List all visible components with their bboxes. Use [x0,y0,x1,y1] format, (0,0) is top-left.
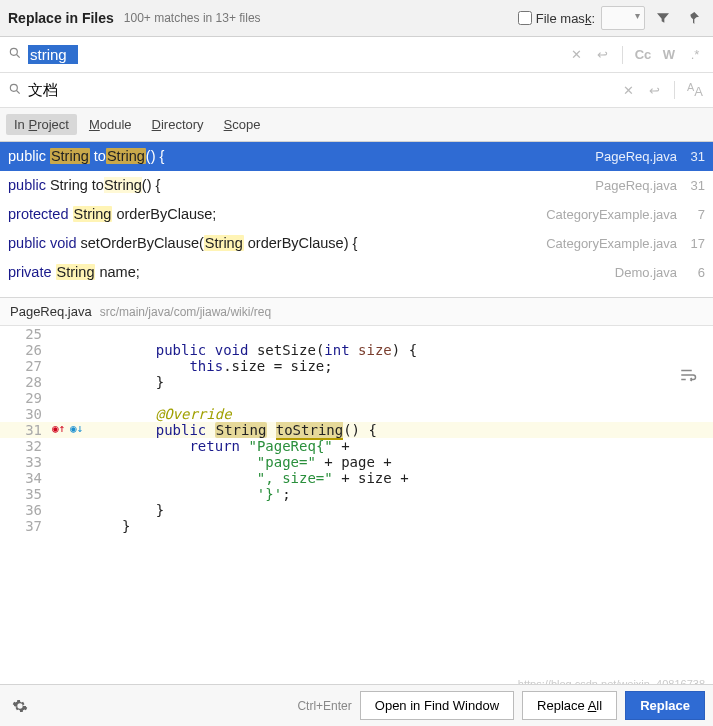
filemask-checkbox-wrap: File mask: [518,11,595,26]
replace-input[interactable] [28,82,612,99]
filemask-checkbox[interactable] [518,11,532,25]
preserve-case-toggle[interactable]: AA [685,81,705,99]
result-line: 6 [683,265,705,280]
match-case-toggle[interactable]: Cc [633,47,653,62]
history-replace-icon[interactable]: ↩ [644,83,664,98]
find-input[interactable] [28,45,78,64]
open-in-find-window-button[interactable]: Open in Find Window [360,691,514,720]
header-bar: Replace in Files 100+ matches in 13+ fil… [0,0,713,37]
regex-toggle[interactable]: .* [685,47,705,62]
replace-all-button[interactable]: Replace All [522,691,617,720]
result-row[interactable]: public String toString() {PageReq.java31 [0,171,713,200]
result-file: CategoryExample.java [546,236,677,251]
svg-line-3 [17,90,20,93]
shortcut-hint: Ctrl+Enter [297,699,351,713]
svg-line-1 [17,55,20,58]
whole-word-toggle[interactable]: W [659,47,679,62]
editor-line: 27 this.size = size; [0,358,713,374]
implements-gutter-icon[interactable]: ◉↑ [52,422,65,435]
editor-line: 33 "page=" + page + [0,454,713,470]
replace-search-icon [8,82,22,99]
preview-header: PageReq.java src/main/java/com/jiawa/wik… [0,297,713,326]
search-icon [8,46,22,63]
find-row: ✕ ↩ Cc W .* [0,37,713,73]
filemask-select[interactable] [601,6,645,30]
scope-tab-2[interactable]: Directory [144,114,212,135]
result-row[interactable]: public void setOrderByClause(String orde… [0,229,713,258]
scope-tab-1[interactable]: Module [81,114,140,135]
scope-tabs: In ProjectModuleDirectoryScope [0,108,713,142]
result-line: 17 [683,236,705,251]
replace-button[interactable]: Replace [625,691,705,720]
result-file: PageReq.java [595,149,677,164]
clear-find-icon[interactable]: ✕ [566,47,586,62]
filemask-label[interactable]: File mask: [536,11,595,26]
match-stats: 100+ matches in 13+ files [124,11,261,25]
editor-line: 30 @Override [0,406,713,422]
editor-line: 31◉↑◉↓ public String toString() { [0,422,713,438]
editor-line: 32 return "PageReq{" + [0,438,713,454]
results-list: public String toString() {PageReq.java31… [0,142,713,287]
result-row[interactable]: public String toString() {PageReq.java31 [0,142,713,171]
editor-line: 26 public void setSize(int size) { [0,342,713,358]
svg-point-2 [10,84,17,91]
result-file: Demo.java [615,265,677,280]
editor-line: 29 [0,390,713,406]
result-line: 31 [683,178,705,193]
scope-tab-3[interactable]: Scope [216,114,269,135]
scope-tab-0[interactable]: In Project [6,114,77,135]
preview-filepath: src/main/java/com/jiawa/wiki/req [100,305,271,319]
replace-row: ✕ ↩ AA [0,73,713,108]
editor-line: 28 } [0,374,713,390]
code-preview[interactable]: 2526 public void setSize(int size) {27 t… [0,326,713,534]
pin-icon[interactable] [681,6,705,30]
clear-replace-icon[interactable]: ✕ [618,83,638,98]
preview-filename: PageReq.java [10,304,92,319]
editor-line: 25 [0,326,713,342]
overrides-gutter-icon[interactable]: ◉↓ [70,422,92,438]
editor-line: 35 '}'; [0,486,713,502]
editor-line: 34 ", size=" + size + [0,470,713,486]
result-file: CategoryExample.java [546,207,677,222]
result-line: 7 [683,207,705,222]
result-row[interactable]: protected String orderByClause;CategoryE… [0,200,713,229]
editor-line: 36 } [0,502,713,518]
result-row[interactable]: private String name;Demo.java6 [0,258,713,287]
result-line: 31 [683,149,705,164]
settings-icon[interactable] [8,694,32,718]
result-file: PageReq.java [595,178,677,193]
soft-wrap-icon[interactable] [677,364,699,386]
results-more-indicator [0,287,713,297]
editor-line: 37} [0,518,713,534]
filter-icon[interactable] [651,6,675,30]
svg-point-0 [10,48,17,55]
dialog-title: Replace in Files [8,10,114,26]
footer-bar: Ctrl+Enter Open in Find Window Replace A… [0,684,713,726]
history-find-icon[interactable]: ↩ [592,47,612,62]
